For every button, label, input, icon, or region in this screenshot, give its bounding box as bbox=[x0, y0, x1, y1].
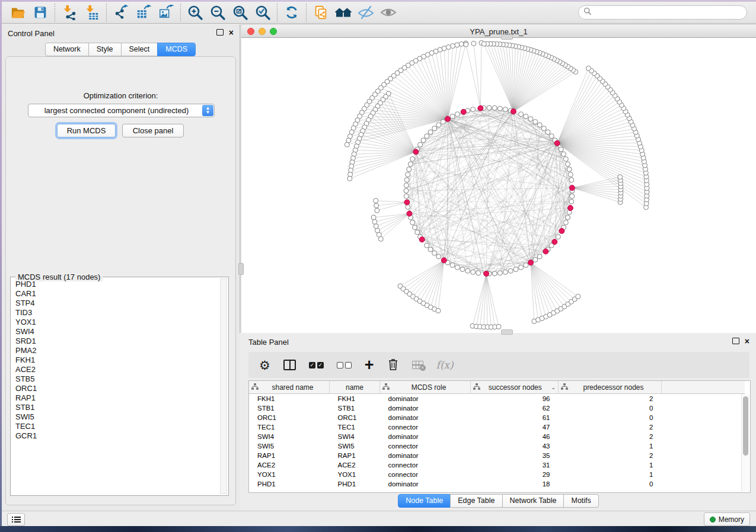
divider-grip[interactable] bbox=[238, 263, 244, 275]
column-header-successor-nodes[interactable]: successor nodes⌄ bbox=[471, 381, 559, 394]
table-row[interactable]: YOX1YOX1connector291 bbox=[249, 470, 745, 479]
task-history-button[interactable] bbox=[7, 513, 25, 526]
table-row[interactable]: ACE2ACE2connector311 bbox=[249, 460, 745, 470]
float-panel-icon[interactable] bbox=[216, 29, 224, 36]
cell-shared_name: STB1 bbox=[249, 403, 330, 413]
hide-selected-button[interactable] bbox=[355, 3, 377, 22]
show-columns-button[interactable] bbox=[283, 356, 296, 374]
tab-mcds[interactable]: MCDS bbox=[157, 43, 196, 56]
toolbar-separator bbox=[106, 4, 107, 21]
mcds-result-item[interactable]: RAP1 bbox=[15, 393, 219, 403]
tab-network-table[interactable]: Network Table bbox=[502, 494, 564, 508]
show-all-button[interactable] bbox=[377, 3, 400, 22]
zoom-selected-button[interactable] bbox=[251, 3, 274, 22]
function-builder-button[interactable]: f(x) bbox=[436, 356, 454, 374]
mcds-result-item[interactable]: ORC1 bbox=[15, 384, 219, 393]
network-graph[interactable] bbox=[241, 38, 756, 333]
table-row[interactable]: PHD1PHD1dominator180 bbox=[249, 479, 745, 489]
run-mcds-button[interactable]: Run MCDS bbox=[57, 124, 116, 137]
cell-name: SWI5 bbox=[330, 441, 380, 451]
mcds-result-item[interactable]: SWI4 bbox=[15, 327, 219, 336]
cell-shared_name: YOX1 bbox=[249, 470, 330, 479]
cell-mcds_role: dominator bbox=[380, 451, 471, 460]
select-all-button[interactable]: ✓✓ bbox=[309, 356, 324, 374]
cell-mcds_role: connector bbox=[380, 470, 471, 479]
optimization-select[interactable]: largest connected component (undirected)… bbox=[28, 104, 215, 117]
table-scrollbar-thumb[interactable] bbox=[743, 396, 748, 456]
refresh-button[interactable] bbox=[280, 3, 303, 22]
network-canvas[interactable] bbox=[241, 38, 756, 333]
cell-shared_name: ORC1 bbox=[249, 413, 330, 422]
cell-name: FKH1 bbox=[330, 394, 380, 404]
table-row[interactable]: SWI4SWI4dominator462 bbox=[249, 432, 745, 441]
divider-grip[interactable] bbox=[501, 329, 513, 335]
cell-shared_name: SWI4 bbox=[249, 432, 330, 441]
mcds-result-item[interactable]: FKH1 bbox=[15, 355, 219, 365]
divider-grip[interactable] bbox=[501, 34, 513, 40]
search-input[interactable] bbox=[595, 8, 742, 17]
cell-predecessor_nodes: 2 bbox=[559, 451, 662, 460]
column-header-name[interactable]: name bbox=[330, 381, 380, 394]
export-table-button[interactable] bbox=[132, 3, 155, 22]
mcds-result-item[interactable]: GCR1 bbox=[15, 431, 219, 441]
cell-mcds_role: dominator bbox=[380, 394, 471, 404]
mcds-result-item[interactable]: PMA2 bbox=[15, 346, 219, 355]
first-neighbors-button[interactable] bbox=[332, 3, 355, 22]
add-column-button[interactable]: + bbox=[365, 356, 374, 374]
table-settings-button[interactable]: ⚙ bbox=[259, 356, 270, 374]
zoom-fit-button[interactable] bbox=[229, 3, 251, 22]
table-row[interactable]: RAP1RAP1dominator352 bbox=[249, 451, 745, 460]
mcds-result-item[interactable]: STP4 bbox=[15, 299, 219, 308]
mcds-result-item[interactable]: STB5 bbox=[15, 374, 219, 384]
mcds-result-item[interactable]: PHD1 bbox=[15, 280, 219, 289]
tab-motifs[interactable]: Motifs bbox=[563, 494, 598, 508]
tab-node-table[interactable]: Node Table bbox=[398, 494, 451, 508]
import-network-button[interactable] bbox=[58, 3, 81, 22]
column-header-predecessor-nodes[interactable]: predecessor nodes bbox=[559, 381, 662, 394]
open-folder-button[interactable] bbox=[7, 3, 29, 22]
mcds-result-item[interactable]: YOX1 bbox=[15, 318, 219, 327]
gear-icon: ⚙ bbox=[259, 359, 270, 371]
close-panel-button[interactable]: Close panel bbox=[122, 124, 184, 137]
table-row[interactable]: STB1STB1dominator620 bbox=[249, 403, 745, 413]
close-panel-icon[interactable]: × bbox=[229, 30, 234, 36]
cell-successor_nodes: 62 bbox=[471, 403, 559, 413]
column-header-MCDS-role[interactable]: MCDS role bbox=[380, 381, 471, 394]
mcds-result-item[interactable]: TID3 bbox=[15, 308, 219, 318]
delete-table-button[interactable]: × bbox=[412, 356, 423, 374]
mcds-result-item[interactable]: ACE2 bbox=[15, 365, 219, 374]
float-panel-icon[interactable] bbox=[732, 338, 739, 344]
checked-boxes-icon: ✓✓ bbox=[309, 362, 324, 368]
save-button[interactable] bbox=[29, 3, 52, 22]
zoom-in-button[interactable] bbox=[184, 3, 206, 22]
close-panel-icon[interactable]: × bbox=[745, 338, 749, 344]
mcds-result-item[interactable]: STB1 bbox=[15, 403, 219, 412]
deselect-all-button[interactable] bbox=[337, 356, 352, 374]
tab-network[interactable]: Network bbox=[45, 43, 89, 56]
mcds-result-item[interactable]: CAR1 bbox=[15, 289, 219, 299]
toolbar-separator bbox=[277, 4, 277, 21]
import-table-button[interactable] bbox=[81, 3, 103, 22]
table-row[interactable]: ORC1ORC1dominator610 bbox=[249, 413, 745, 422]
export-network-button[interactable] bbox=[110, 3, 132, 22]
mcds-result-item[interactable]: SRD1 bbox=[15, 336, 219, 346]
column-header-shared-name[interactable]: shared name bbox=[249, 381, 330, 394]
copy-network-button[interactable] bbox=[310, 3, 332, 22]
table-scrollbar[interactable] bbox=[741, 394, 749, 492]
mcds-result-scrollbar[interactable] bbox=[220, 278, 227, 494]
tab-select[interactable]: Select bbox=[121, 43, 158, 56]
memory-button[interactable]: Memory bbox=[704, 512, 750, 526]
tab-style[interactable]: Style bbox=[88, 43, 122, 56]
table-row[interactable]: TEC1TEC1connector472 bbox=[249, 422, 745, 432]
tab-edge-table[interactable]: Edge Table bbox=[450, 494, 502, 508]
search-field[interactable] bbox=[578, 5, 747, 20]
delete-column-button[interactable] bbox=[387, 356, 399, 374]
export-image-button[interactable] bbox=[155, 3, 177, 22]
zoom-out-button[interactable] bbox=[206, 3, 229, 22]
cell-name: TEC1 bbox=[330, 422, 380, 432]
mcds-result-item[interactable]: TEC1 bbox=[15, 422, 219, 431]
table-row[interactable]: SWI5SWI5connector431 bbox=[249, 441, 745, 451]
table-row[interactable]: FKH1FKH1dominator962 bbox=[249, 394, 745, 404]
mcds-result-item[interactable]: SWI5 bbox=[15, 412, 219, 422]
desktop-edge bbox=[0, 0, 756, 2]
